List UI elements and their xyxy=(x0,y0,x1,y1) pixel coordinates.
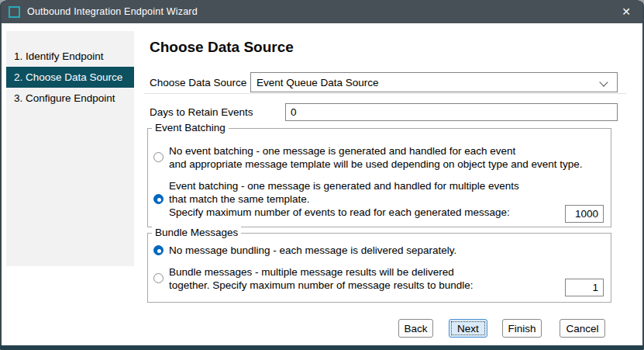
max-events-input[interactable] xyxy=(565,205,604,223)
window-border-bottom xyxy=(0,345,644,350)
finish-button[interactable]: Finish xyxy=(502,319,542,338)
days-retain-input[interactable] xyxy=(285,103,618,121)
bundle-messages-legend: Bundle Messages xyxy=(152,227,241,238)
option-bundle-messages[interactable]: Bundle messages - multiple message resul… xyxy=(151,265,603,292)
option-text-line: Event batching - one message is generate… xyxy=(169,179,603,192)
option-event-batching[interactable]: Event batching - one message is generate… xyxy=(151,179,603,219)
option-no-event-batching[interactable]: No event batching - one message is gener… xyxy=(151,144,603,171)
wizard-window: Outbound Integration Endpoint Wizard ✕ 1… xyxy=(0,0,644,350)
data-source-selected-value: Event Queue Data Source xyxy=(257,77,379,88)
data-source-select[interactable]: Event Queue Data Source xyxy=(250,72,618,92)
option-text-line: together. Specify maximum number of mess… xyxy=(169,279,603,292)
option-text-line: No event batching - one message is gener… xyxy=(169,144,603,158)
days-retain-label: Days to Retain Events xyxy=(150,106,253,118)
option-text-line: No message bundling - each message is de… xyxy=(169,244,603,257)
event-batching-group: Event Batching No event batching - one m… xyxy=(147,128,611,227)
titlebar: Outbound Integration Endpoint Wizard ✕ xyxy=(0,0,644,23)
event-batching-legend: Event Batching xyxy=(152,122,229,133)
close-icon[interactable]: ✕ xyxy=(608,0,644,23)
app-icon xyxy=(9,6,20,18)
option-text-line: Bundle messages - multiple message resul… xyxy=(169,265,603,279)
chevron-down-icon xyxy=(599,78,608,86)
max-bundle-input[interactable] xyxy=(565,279,604,296)
window-border-left xyxy=(0,0,2,350)
option-text-line: that match the same template. xyxy=(169,192,603,206)
window-title: Outbound Integration Endpoint Wizard xyxy=(27,6,198,17)
section-separator xyxy=(144,93,626,94)
step-choose-data-source[interactable]: 2. Choose Data Source xyxy=(6,67,134,88)
radio-event-batching[interactable] xyxy=(153,194,164,204)
radio-no-event-batching[interactable] xyxy=(153,152,164,162)
bundle-messages-group: Bundle Messages No message bundling - ea… xyxy=(147,233,611,303)
back-button[interactable]: Back xyxy=(398,319,433,338)
step-identify-endpoint[interactable]: 1. Identify Endpoint xyxy=(6,46,134,67)
radio-bundle-messages[interactable] xyxy=(153,273,164,283)
option-text-line: Specify maximum number of events to read… xyxy=(169,206,603,219)
cancel-button[interactable]: Cancel xyxy=(560,319,605,338)
radio-no-message-bundling[interactable] xyxy=(153,245,164,255)
wizard-steps-sidebar: 1. Identify Endpoint 2. Choose Data Sour… xyxy=(6,31,134,266)
next-button[interactable]: Next xyxy=(449,319,487,338)
option-text-line: and appropriate message template will be… xyxy=(169,158,603,171)
step-configure-endpoint[interactable]: 3. Configure Endpoint xyxy=(6,88,134,109)
data-source-label: Choose Data Source xyxy=(150,77,246,88)
option-no-message-bundling[interactable]: No message bundling - each message is de… xyxy=(151,244,603,257)
page-title: Choose Data Source xyxy=(150,39,294,56)
